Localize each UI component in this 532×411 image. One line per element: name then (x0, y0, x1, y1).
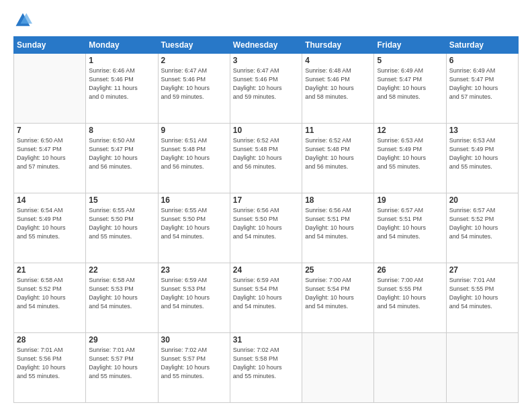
table-row (14, 54, 86, 124)
day-info: Sunrise: 7:00 AM Sunset: 5:55 PM Dayligh… (377, 276, 443, 311)
week-row-1: 7Sunrise: 6:50 AM Sunset: 5:47 PM Daylig… (14, 124, 519, 193)
day-number: 26 (377, 265, 443, 275)
table-row: 6Sunrise: 6:49 AM Sunset: 5:47 PM Daylig… (446, 54, 518, 124)
table-row: 18Sunrise: 6:56 AM Sunset: 5:51 PM Dayli… (302, 193, 374, 263)
day-number: 5 (377, 56, 443, 65)
day-number: 8 (89, 126, 154, 135)
table-row (446, 333, 518, 403)
day-number: 23 (161, 265, 227, 275)
day-info: Sunrise: 7:00 AM Sunset: 5:54 PM Dayligh… (305, 276, 371, 311)
day-number: 30 (161, 335, 227, 345)
day-number: 13 (449, 126, 515, 135)
table-row: 15Sunrise: 6:55 AM Sunset: 5:50 PM Dayli… (86, 193, 158, 263)
col-header-friday: Friday (374, 37, 446, 54)
day-number: 24 (233, 265, 299, 275)
day-info: Sunrise: 6:58 AM Sunset: 5:52 PM Dayligh… (17, 276, 83, 311)
col-header-thursday: Thursday (302, 37, 374, 54)
day-number: 27 (449, 265, 515, 275)
day-number: 9 (161, 126, 227, 135)
day-number: 20 (449, 195, 515, 205)
day-info: Sunrise: 6:49 AM Sunset: 5:47 PM Dayligh… (449, 66, 515, 101)
day-info: Sunrise: 6:53 AM Sunset: 5:49 PM Dayligh… (377, 136, 443, 171)
week-row-4: 28Sunrise: 7:01 AM Sunset: 5:56 PM Dayli… (14, 333, 519, 403)
table-row: 2Sunrise: 6:47 AM Sunset: 5:46 PM Daylig… (158, 54, 230, 124)
table-row: 8Sunrise: 6:50 AM Sunset: 5:47 PM Daylig… (86, 124, 158, 193)
table-row: 12Sunrise: 6:53 AM Sunset: 5:49 PM Dayli… (374, 124, 446, 193)
table-row: 27Sunrise: 7:01 AM Sunset: 5:55 PM Dayli… (446, 263, 518, 333)
table-row: 5Sunrise: 6:49 AM Sunset: 5:47 PM Daylig… (374, 54, 446, 124)
day-info: Sunrise: 7:01 AM Sunset: 5:55 PM Dayligh… (449, 276, 515, 311)
week-row-2: 14Sunrise: 6:54 AM Sunset: 5:49 PM Dayli… (14, 193, 519, 263)
day-number: 22 (89, 265, 154, 275)
day-number: 17 (233, 195, 299, 205)
col-header-saturday: Saturday (446, 37, 518, 54)
day-info: Sunrise: 6:47 AM Sunset: 5:46 PM Dayligh… (161, 66, 227, 101)
day-info: Sunrise: 6:56 AM Sunset: 5:50 PM Dayligh… (233, 206, 299, 241)
day-number: 19 (377, 195, 443, 205)
day-number: 1 (89, 56, 154, 65)
table-row: 3Sunrise: 6:47 AM Sunset: 5:46 PM Daylig… (230, 54, 302, 124)
table-row (374, 333, 446, 403)
table-row: 11Sunrise: 6:52 AM Sunset: 5:48 PM Dayli… (302, 124, 374, 193)
day-number: 31 (233, 335, 299, 345)
day-info: Sunrise: 6:57 AM Sunset: 5:52 PM Dayligh… (449, 206, 515, 241)
col-header-wednesday: Wednesday (230, 37, 302, 54)
day-number: 12 (377, 126, 443, 135)
day-info: Sunrise: 6:57 AM Sunset: 5:51 PM Dayligh… (377, 206, 443, 241)
day-number: 10 (233, 126, 299, 135)
table-row: 22Sunrise: 6:58 AM Sunset: 5:53 PM Dayli… (86, 263, 158, 333)
day-info: Sunrise: 6:51 AM Sunset: 5:48 PM Dayligh… (161, 136, 227, 171)
table-row: 16Sunrise: 6:55 AM Sunset: 5:50 PM Dayli… (158, 193, 230, 263)
day-info: Sunrise: 7:01 AM Sunset: 5:56 PM Dayligh… (17, 346, 83, 381)
header (13, 11, 519, 30)
day-number: 29 (89, 335, 154, 345)
day-number: 15 (89, 195, 154, 205)
day-info: Sunrise: 6:47 AM Sunset: 5:46 PM Dayligh… (233, 66, 299, 101)
day-number: 6 (449, 56, 515, 65)
col-header-sunday: Sunday (14, 37, 86, 54)
day-info: Sunrise: 6:56 AM Sunset: 5:51 PM Dayligh… (305, 206, 371, 241)
table-row: 21Sunrise: 6:58 AM Sunset: 5:52 PM Dayli… (14, 263, 86, 333)
table-row: 24Sunrise: 6:59 AM Sunset: 5:54 PM Dayli… (230, 263, 302, 333)
day-info: Sunrise: 7:02 AM Sunset: 5:58 PM Dayligh… (233, 346, 299, 381)
table-row: 1Sunrise: 6:46 AM Sunset: 5:46 PM Daylig… (86, 54, 158, 124)
table-row: 25Sunrise: 7:00 AM Sunset: 5:54 PM Dayli… (302, 263, 374, 333)
logo (13, 11, 35, 30)
day-info: Sunrise: 6:54 AM Sunset: 5:49 PM Dayligh… (17, 206, 83, 241)
table-row: 28Sunrise: 7:01 AM Sunset: 5:56 PM Dayli… (14, 333, 86, 403)
day-info: Sunrise: 6:58 AM Sunset: 5:53 PM Dayligh… (89, 276, 154, 311)
day-info: Sunrise: 7:01 AM Sunset: 5:57 PM Dayligh… (89, 346, 154, 381)
col-header-tuesday: Tuesday (158, 37, 230, 54)
table-row: 19Sunrise: 6:57 AM Sunset: 5:51 PM Dayli… (374, 193, 446, 263)
day-info: Sunrise: 6:55 AM Sunset: 5:50 PM Dayligh… (89, 206, 154, 241)
day-number: 3 (233, 56, 299, 65)
table-row: 13Sunrise: 6:53 AM Sunset: 5:49 PM Dayli… (446, 124, 518, 193)
table-row: 4Sunrise: 6:48 AM Sunset: 5:46 PM Daylig… (302, 54, 374, 124)
day-number: 16 (161, 195, 227, 205)
day-info: Sunrise: 6:59 AM Sunset: 5:53 PM Dayligh… (161, 276, 227, 311)
day-info: Sunrise: 6:52 AM Sunset: 5:48 PM Dayligh… (233, 136, 299, 171)
day-number: 18 (305, 195, 371, 205)
day-info: Sunrise: 6:52 AM Sunset: 5:48 PM Dayligh… (305, 136, 371, 171)
table-row: 14Sunrise: 6:54 AM Sunset: 5:49 PM Dayli… (14, 193, 86, 263)
table-row: 17Sunrise: 6:56 AM Sunset: 5:50 PM Dayli… (230, 193, 302, 263)
week-row-3: 21Sunrise: 6:58 AM Sunset: 5:52 PM Dayli… (14, 263, 519, 333)
table-row: 31Sunrise: 7:02 AM Sunset: 5:58 PM Dayli… (230, 333, 302, 403)
day-info: Sunrise: 6:46 AM Sunset: 5:46 PM Dayligh… (89, 66, 154, 101)
table-row: 30Sunrise: 7:02 AM Sunset: 5:57 PM Dayli… (158, 333, 230, 403)
day-number: 14 (17, 195, 83, 205)
day-info: Sunrise: 6:53 AM Sunset: 5:49 PM Dayligh… (449, 136, 515, 171)
table-row: 9Sunrise: 6:51 AM Sunset: 5:48 PM Daylig… (158, 124, 230, 193)
day-number: 4 (305, 56, 371, 65)
table-row (302, 333, 374, 403)
table-row: 29Sunrise: 7:01 AM Sunset: 5:57 PM Dayli… (86, 333, 158, 403)
day-number: 21 (17, 265, 83, 275)
page: SundayMondayTuesdayWednesdayThursdayFrid… (0, 0, 532, 411)
day-number: 11 (305, 126, 371, 135)
day-number: 2 (161, 56, 227, 65)
day-info: Sunrise: 6:50 AM Sunset: 5:47 PM Dayligh… (89, 136, 154, 171)
col-header-monday: Monday (86, 37, 158, 54)
calendar-table: SundayMondayTuesdayWednesdayThursdayFrid… (13, 36, 519, 403)
day-info: Sunrise: 6:50 AM Sunset: 5:47 PM Dayligh… (17, 136, 83, 171)
day-number: 28 (17, 335, 83, 345)
